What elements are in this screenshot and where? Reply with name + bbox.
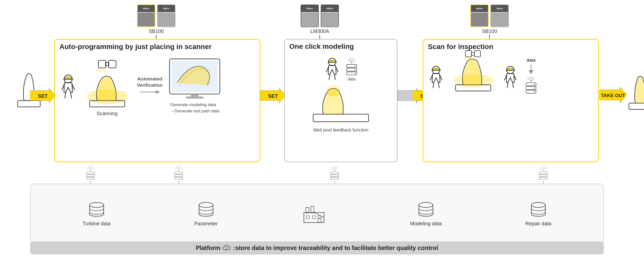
svg-rect-1 [63,79,73,80]
nikon-label-2: Nikon [163,7,169,10]
svg-rect-41 [431,70,441,71]
nikon-label-5: Nikon [476,7,482,10]
box-scan-inspection: Scan for inspection [423,39,599,162]
wireless-up-3 [330,163,340,171]
svg-rect-86 [539,177,547,179]
svg-rect-96 [306,216,309,219]
machine-icon-sb100-2-yellow: Nikon [470,5,489,27]
wireless-icon-1 [347,56,357,63]
sb100-text-1: SB100 [149,28,164,34]
svg-point-61 [534,88,535,89]
svg-point-89 [90,202,104,207]
database-icon-parameter [197,201,215,219]
machine-icon-sb100-gray: Nikon [157,5,175,27]
modeling-label: Modeling data [410,221,442,227]
set-label-1: SET [38,93,48,99]
server-small-4 [538,171,548,181]
svg-point-60 [534,84,535,85]
auto-inner: Scanning AutomatedVerification [59,55,255,116]
svg-rect-16 [191,94,198,97]
generate-label-2: →Generate tool path data [170,108,220,114]
svg-rect-74 [175,177,183,179]
data-icons-container: Turbine data Parameter [31,184,603,243]
data-label-1: data [348,77,355,81]
svg-point-90 [199,202,213,207]
svg-rect-93 [311,206,314,213]
melt-label: Melt pool feedback function [313,127,368,133]
svg-rect-79 [331,175,339,177]
wireless-icon-2 [526,74,536,81]
svg-point-98 [318,215,321,218]
scan-title: Scan for inspection [428,43,593,51]
takeout-label: TAKE OUT [601,93,625,98]
parameter-label: Parameter [194,221,218,227]
server-icon-2 [525,81,537,95]
person-icon-3 [428,65,444,89]
nikon-label-3: Nikon [306,7,313,10]
svg-point-62 [534,91,535,92]
turbine-data-item: Turbine data [83,201,111,227]
svg-rect-84 [539,172,547,174]
svg-rect-78 [331,172,339,174]
automated-label: AutomatedVerification [137,76,163,88]
auto-verify-area: AutomatedVerification [137,76,163,96]
svg-rect-17 [186,97,204,99]
box-scan-content: Scan for inspection [423,40,598,100]
repair-data-item: Repair data [525,201,551,227]
svg-rect-43 [474,51,480,57]
svg-rect-3 [108,60,116,68]
person-icon-4 [502,65,518,89]
cloud-icon [222,244,232,252]
generate-label-1: Generate modeling data [170,102,220,108]
final-blade-svg [626,73,644,113]
svg-rect-68 [87,177,95,179]
server-small-3 [330,171,340,181]
server-small-2 [174,171,184,181]
scanning-area: Scanning [82,55,132,116]
machine-pair-3: Nikon Nikon [470,5,509,27]
model-title: One click modeling [289,42,392,51]
svg-point-100 [531,202,545,207]
auto-title: Auto-programming by just placing in scan… [59,43,255,51]
server-icon-1 [345,63,358,77]
scan-inner: data [428,56,593,97]
scan-blade-area [448,56,498,97]
data-server-2: data [525,58,537,95]
svg-rect-85 [539,175,547,177]
machine-icon-lm300a-1: Nikon [301,5,319,27]
svg-line-35 [335,85,336,88]
svg-point-99 [419,202,433,207]
wireless-up-1 [86,163,96,171]
modeling-data-item: Modeling data [410,201,442,227]
main-scene: Nikon Nikon SB100 Nikon [0,0,644,259]
turbine-label: Turbine data [83,221,111,227]
model-inner: data [289,56,392,133]
platform-bar: Platform :store data to improve traceabi… [30,241,604,254]
person-icon-1 [59,73,77,99]
blade-svg [82,73,132,111]
svg-rect-97 [312,216,315,219]
scan-person [428,65,444,89]
database-icon-turbine [88,201,105,219]
machine-icon-sb100-2-gray: Nikon [491,5,509,27]
set-arrow-1-container: SET [30,88,55,104]
blade-scanning [82,73,132,111]
svg-rect-73 [175,175,183,177]
svg-point-31 [354,73,355,74]
data-server-1: data [345,56,358,81]
svg-point-29 [354,65,355,66]
machine-icon-sb100-yellow: Nikon [137,5,155,27]
svg-rect-66 [87,172,95,174]
svg-rect-24 [327,62,337,63]
box-model-content: One click modeling [285,39,397,136]
scanning-label: Scanning [97,111,117,116]
nikon-label-1: Nikon [143,7,149,10]
box-data-storage: Turbine data Parameter [30,184,604,244]
box-auto-content: Auto-programming by just placing in scan… [55,40,260,119]
machine-body-1 [138,13,155,26]
platform-text-2: :store data to improve traceability and … [233,244,438,251]
machine-body-4 [321,13,338,26]
verify-arrow [140,88,160,96]
machine-body-2 [158,13,175,26]
svg-line-45 [465,57,466,60]
